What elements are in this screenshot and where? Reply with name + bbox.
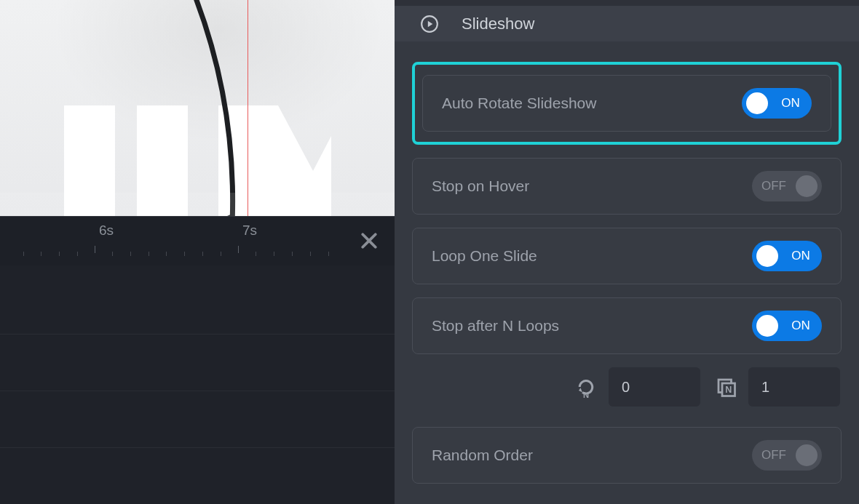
panel-header-slideshow[interactable]: Slideshow [395,6,859,41]
setting-label: Loop One Slide [432,247,537,265]
toggle-auto-rotate[interactable]: ON [742,88,812,119]
toggle-knob [746,92,768,114]
tick-label: 6s [99,223,114,239]
toggle-state: ON [778,319,818,333]
toggle-stop-after-n-loops[interactable]: ON [752,311,822,341]
toggle-random-order[interactable]: OFF [752,440,822,471]
toggle-loop-one-slide[interactable]: ON [752,241,822,271]
toggle-state: OFF [756,179,796,193]
track-row[interactable] [0,447,395,504]
n-slides-icon: N [713,375,738,399]
n-slides-value: 1 [761,379,769,396]
setting-label: Stop on Hover [432,177,529,195]
svg-text:N: N [583,391,589,398]
loop-count-icon: N [574,375,598,399]
timeline-tracks[interactable] [0,265,395,504]
setting-stop-after-n-loops: Stop after N Loops ON [412,297,842,354]
track-row[interactable] [0,334,395,391]
loop-count-row: N 0 N 1 [412,367,842,407]
panel-gap [395,0,859,6]
toggle-knob [796,175,818,197]
track-row[interactable] [0,391,395,447]
setting-label: Stop after N Loops [432,317,559,335]
toggle-state: ON [768,96,807,111]
toggle-stop-on-hover[interactable]: OFF [752,171,822,201]
tick-label: 7s [242,223,257,239]
setting-label: Random Order [432,447,533,464]
setting-stop-on-hover: Stop on Hover OFF [412,158,842,215]
track-row[interactable] [0,265,395,334]
play-circle-icon [419,14,440,34]
setting-label: Auto Rotate Slideshow [442,95,596,112]
svg-text:N: N [725,385,732,395]
timeline-overlay [0,193,395,216]
toggle-state: OFF [756,448,796,463]
toggle-state: ON [778,249,818,263]
panel-title: Slideshow [462,15,534,33]
timeline-ticks: 6s 7s [0,217,395,265]
loop-count-input[interactable]: 0 [609,367,700,407]
timeline-ruler[interactable]: 6s 7s [0,216,395,265]
preview-viewport[interactable] [0,0,395,216]
preview-and-timeline: 6s 7s [0,0,395,504]
highlighted-setting: Auto Rotate Slideshow ON [412,62,842,145]
loop-count-value: 0 [622,379,630,396]
settings-panel: Slideshow Auto Rotate Slideshow ON Stop … [395,0,859,504]
n-slides-input[interactable]: 1 [748,367,840,407]
toggle-knob [756,315,778,337]
panel-body: Auto Rotate Slideshow ON Stop on Hover O… [395,41,859,504]
setting-auto-rotate: Auto Rotate Slideshow ON [422,75,831,132]
setting-loop-one-slide: Loop One Slide ON [412,228,842,284]
setting-random-order: Random Order OFF [412,427,842,484]
toggle-knob [756,245,778,267]
toggle-knob [796,444,818,466]
close-timeline-button[interactable] [358,230,380,252]
